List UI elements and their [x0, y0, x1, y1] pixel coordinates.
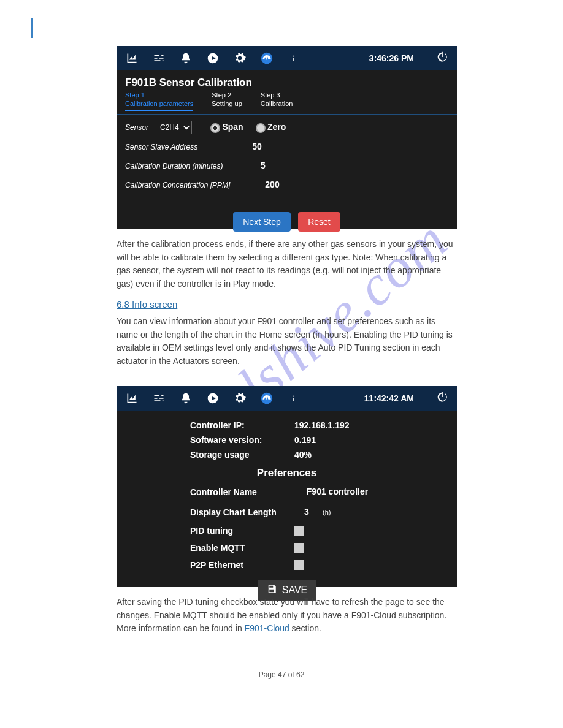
version-value: 0.191 [294, 435, 316, 445]
step-2[interactable]: Step 2 Setting up [212, 91, 242, 110]
info-icon[interactable] [287, 51, 301, 65]
heading-info-screen: 6.8 Info screen [117, 297, 177, 311]
page-title: F901B Sensor Calibration [117, 70, 457, 91]
topbar-icons [125, 392, 301, 405]
gauge-icon[interactable] [260, 392, 274, 405]
play-circle-icon[interactable] [206, 51, 220, 65]
chart-length-label: Display Chart Length [190, 507, 294, 517]
play-circle-icon[interactable] [206, 392, 220, 405]
chart-icon[interactable] [125, 392, 139, 405]
power-icon[interactable] [436, 391, 448, 406]
page-number: Page 47 of 62 [259, 669, 305, 679]
paragraph: You can view information about your F901… [117, 315, 457, 368]
sensor-select[interactable]: C2H4 [155, 121, 192, 134]
gear-icon[interactable] [233, 392, 247, 405]
sliders-icon[interactable] [152, 51, 166, 65]
step-sub: Calibration [261, 100, 293, 107]
controller-name-input[interactable] [294, 485, 380, 498]
topbar-icons [125, 51, 301, 65]
preferences-rows: Controller Name Display Chart Length(h) … [117, 482, 457, 574]
calibration-form: Sensor C2H4 Span Zero Sensor Slave Addre… [117, 115, 457, 203]
reset-button[interactable]: Reset [298, 212, 340, 232]
power-icon[interactable] [436, 51, 448, 66]
clock: 3:46:26 PM [369, 53, 414, 63]
span-radio[interactable] [210, 123, 220, 133]
pid-tuning-label: PID tuning [190, 526, 294, 536]
top-bar: 3:46:26 PM [117, 46, 457, 70]
chart-icon[interactable] [125, 51, 139, 65]
p2p-label: P2P Ethernet [190, 560, 294, 570]
next-step-button[interactable]: Next Step [233, 212, 290, 232]
p2p-checkbox[interactable] [294, 560, 304, 570]
calibration-window: 3:46:26 PM F901B Sensor Calibration Step… [117, 46, 457, 229]
version-label: Software version: [190, 435, 294, 445]
step-sub: Setting up [212, 100, 242, 107]
concentration-label: Calibration Concentration [PPM] [125, 181, 248, 189]
ip-value: 192.168.1.192 [294, 420, 350, 430]
top-bar: 11:42:42 AM [117, 386, 457, 411]
gear-icon[interactable] [233, 51, 247, 65]
cloud-link[interactable]: F901-Cloud [245, 623, 289, 633]
step-sub: Calibration parameters [125, 100, 193, 107]
paragraph: After the calibration process ends, if t… [117, 238, 457, 291]
controller-name-label: Controller Name [190, 487, 294, 497]
duration-input[interactable] [248, 159, 278, 172]
gauge-icon[interactable] [260, 51, 274, 65]
mqtt-label: Enable MQTT [190, 543, 294, 553]
save-label: SAVE [282, 585, 308, 596]
span-radio-label: Span [222, 122, 243, 132]
clock: 11:42:42 AM [364, 393, 414, 403]
pid-tuning-checkbox[interactable] [294, 526, 304, 536]
bell-icon[interactable] [179, 392, 193, 405]
save-icon [266, 583, 277, 597]
ip-label: Controller IP: [190, 420, 294, 430]
info-icon[interactable] [287, 392, 301, 405]
preferences-title: Preferences [117, 467, 457, 479]
zero-radio[interactable] [256, 123, 266, 133]
step-name: Step 1 [125, 91, 193, 99]
step-1[interactable]: Step 1 Calibration parameters [125, 91, 193, 111]
slave-address-input[interactable] [236, 140, 278, 153]
doc-text-1: After the calibration process ends, if t… [117, 238, 457, 368]
info-rows: Controller IP:192.168.1.192 Software ver… [117, 411, 457, 462]
step-3[interactable]: Step 3 Calibration [261, 91, 293, 110]
chart-length-input[interactable] [294, 506, 319, 518]
info-window: 11:42:42 AM Controller IP:192.168.1.192 … [117, 386, 457, 587]
chart-length-unit: (h) [323, 509, 331, 516]
sliders-icon[interactable] [152, 392, 166, 405]
slave-address-label: Sensor Slave Address [125, 143, 229, 151]
paragraph: After saving the PID tuning checkbox sta… [117, 596, 457, 635]
zero-radio-label: Zero [267, 122, 286, 132]
page-margin-mark [31, 18, 33, 38]
step-name: Step 2 [212, 91, 242, 99]
bell-icon[interactable] [179, 51, 193, 65]
step-tabs: Step 1 Calibration parameters Step 2 Set… [117, 91, 457, 115]
sensor-label: Sensor [125, 123, 148, 132]
mqtt-checkbox[interactable] [294, 543, 304, 553]
doc-text-2: After saving the PID tuning checkbox sta… [117, 596, 457, 635]
step-name: Step 3 [261, 91, 293, 99]
storage-value: 40% [294, 450, 312, 460]
concentration-input[interactable] [254, 178, 291, 191]
page-footer: Page 47 of 62 [259, 669, 305, 679]
storage-label: Storage usage [190, 450, 294, 460]
duration-label: Calibration Duration (minutes) [125, 162, 242, 170]
